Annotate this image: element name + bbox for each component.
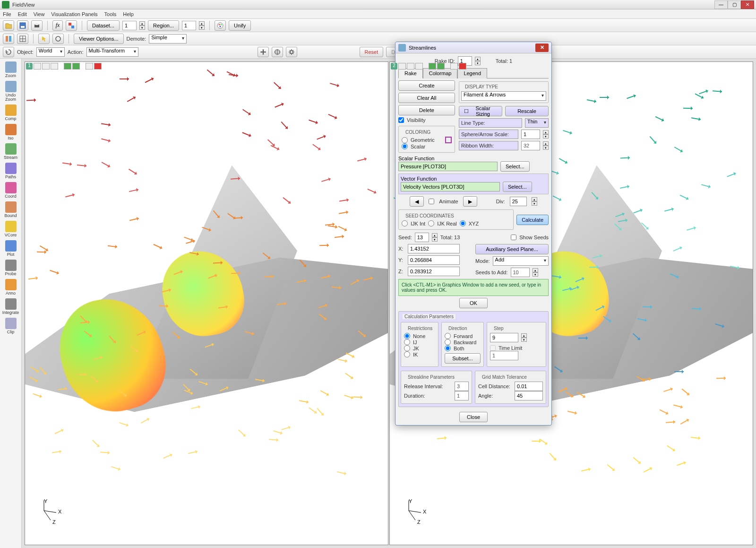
fx-icon[interactable]: fx [52,20,63,31]
dialog-close-bottom-button[interactable]: Close [459,412,488,422]
dir-forward-radio[interactable] [445,333,451,339]
save-icon[interactable] [17,20,28,31]
action-select[interactable]: Multi-Transform [86,47,138,57]
vp-tool-icon[interactable] [415,63,423,70]
side-tool-anno[interactable]: Anno [2,279,19,296]
side-tool-iso[interactable]: Iso [2,124,19,140]
dataset-spinner[interactable]: ▴▾ [139,21,145,30]
vp-tool-icon[interactable] [42,63,50,70]
side-tool-stream[interactable]: Stream [2,143,19,160]
vp-max-icon[interactable] [450,63,458,70]
dataset-button[interactable]: Dataset... [87,20,120,31]
menu-help[interactable]: Help [123,11,134,17]
calculate-button[interactable]: Calculate [516,215,549,225]
vp-tool-icon[interactable] [34,63,41,70]
viewer-options-button[interactable]: Viewer Options... [74,34,124,44]
mode-select[interactable]: Add [493,256,549,266]
ok-button[interactable]: OK [459,298,488,308]
visibility-checkbox[interactable] [398,117,404,123]
restr-ik-radio[interactable] [404,351,410,357]
dir-both-radio[interactable] [445,345,451,351]
coloring-geometric-radio[interactable] [402,137,408,143]
aux-seed-button[interactable]: Auxiliary Seed Plane... [475,244,549,254]
side-tool-comp[interactable]: Comp [2,104,19,121]
angle-input[interactable] [515,391,543,400]
region-input[interactable] [182,21,196,30]
open-icon[interactable] [3,20,14,31]
side-tool-integrate[interactable]: Integrate [2,298,19,315]
menu-vis-panels[interactable]: Visualization Panels [51,11,97,17]
ijkreal-radio[interactable] [428,220,434,226]
anim-prev-button[interactable]: ◀ [410,196,424,207]
vp-tool-icon[interactable] [407,63,414,70]
clear-all-button[interactable]: Clear All [398,93,455,103]
side-tool-bound[interactable]: Bound [2,201,19,218]
print-icon[interactable] [31,20,43,31]
menu-view[interactable]: View [34,11,45,17]
vp-max-icon[interactable] [86,63,93,70]
side-tool-zoom[interactable]: Zoom [2,61,19,78]
vector-fn-select-button[interactable]: Select... [503,182,532,192]
side-tool-undo-zoom[interactable]: UndoZoom [2,81,19,102]
create-button[interactable]: Create [398,80,455,91]
maximize-button[interactable]: ▢ [728,0,741,9]
ijkint-radio[interactable] [402,220,408,226]
scalar-sizing-button[interactable]: ☐ Scalar Sizing [459,106,502,116]
delete-button[interactable]: Delete [398,105,455,115]
dataset-input[interactable] [122,21,137,30]
viewport-1[interactable]: 1 YXZ [25,61,388,545]
menu-file[interactable]: File [3,11,11,17]
xyz-radio[interactable] [460,220,466,226]
color-swatch[interactable] [445,137,452,143]
scalar-fn-input[interactable] [398,162,498,171]
close-button[interactable]: ✕ [741,0,754,9]
restr-none-radio[interactable] [404,333,410,339]
side-tool-coord[interactable]: Coord [2,182,19,199]
layout-icon[interactable] [3,34,14,44]
grid-icon[interactable] [17,34,28,44]
unify-button[interactable]: Unify [229,20,251,31]
layers-icon[interactable] [66,20,77,31]
display-type-select[interactable]: Filament & Arrows [461,91,546,101]
vp-link-icon[interactable] [429,63,436,70]
line-type-select[interactable]: Thin [525,118,549,128]
minimize-button[interactable]: — [714,0,728,9]
restr-jk-radio[interactable] [404,345,410,351]
dir-backward-radio[interactable] [445,339,451,345]
div-input[interactable] [510,197,527,206]
cell-distance-input[interactable] [515,382,543,391]
pan-icon[interactable] [258,47,269,57]
side-tool-clip[interactable]: Clip [2,318,19,334]
y-input[interactable] [408,255,460,265]
reset-button[interactable]: Reset [360,47,384,57]
region-button[interactable]: Region... [148,20,179,31]
side-tool-paths[interactable]: Paths [2,163,19,179]
circle-icon[interactable] [52,34,64,44]
seed-input[interactable] [415,233,429,242]
globe-icon[interactable] [272,47,283,57]
x-input[interactable] [408,244,460,253]
dialog-close-button[interactable]: ✕ [535,43,549,52]
vp-tool-icon[interactable] [398,63,406,70]
vp-tool-icon[interactable] [51,63,58,70]
step-input[interactable] [490,333,518,342]
restr-ij-radio[interactable] [404,339,410,345]
z-input[interactable] [408,267,460,276]
palette-icon[interactable] [215,20,226,31]
vp-close-icon[interactable] [459,63,466,70]
side-tool-probe[interactable]: Probe [2,260,19,276]
object-select[interactable]: World [36,47,65,57]
menu-tools[interactable]: Tools [104,11,117,17]
side-tool-plot[interactable]: Plot [2,240,19,257]
subset-button[interactable]: Subset... [445,353,481,364]
region-spinner[interactable]: ▴▾ [199,21,205,30]
vp-link-icon[interactable] [72,63,80,70]
menu-edit[interactable]: Edit [18,11,27,17]
vector-fn-input[interactable] [401,182,500,191]
demote-select[interactable]: Simple [149,34,187,43]
sphere-scale-input[interactable] [521,130,540,139]
vp-link-icon[interactable] [64,63,71,70]
gear-icon[interactable] [286,47,297,57]
show-seeds-checkbox[interactable] [511,235,516,240]
side-tool-vcore[interactable]: VCore [2,221,19,237]
